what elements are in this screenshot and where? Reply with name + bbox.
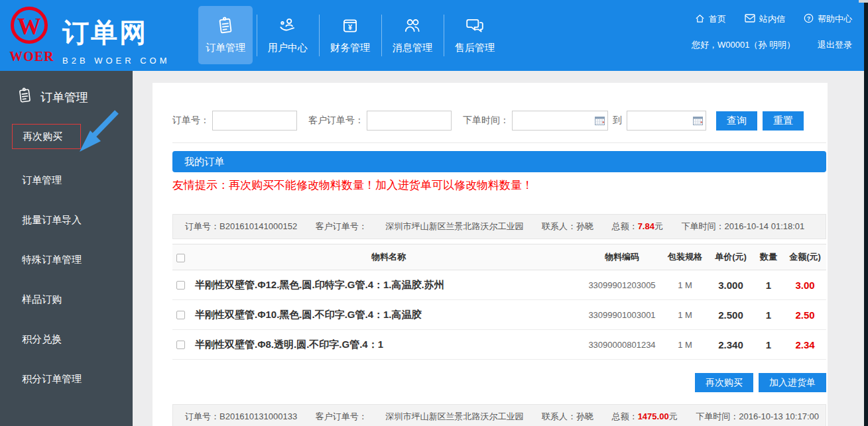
item-qty: 1: [753, 280, 784, 291]
help-label: 帮助中心: [818, 13, 852, 25]
logout-link[interactable]: 退出登录: [818, 39, 852, 51]
contact-name: 孙晓: [576, 411, 593, 421]
nav-finance-management[interactable]: ¥ 财务管理: [319, 0, 381, 71]
select-all-checkbox[interactable]: [176, 254, 185, 262]
friendly-notice: 友情提示：再次购买不能修改物料数量！加入进货单可以修改物料数量！: [172, 178, 826, 193]
app-screen: W WOER 订单网 B2B WOER COM 订单管理: [0, 0, 868, 426]
site-subtitle: B2B WOER COM: [62, 56, 170, 66]
sidebar: 订单管理 再次购买 订单管理 批量订单导入 特殊订单管理 样品订购 积分兑换 积…: [0, 71, 133, 426]
order-time-label: 下单时间：: [682, 221, 725, 231]
question-circle-icon: ?: [804, 13, 814, 25]
order-total: 7.84: [638, 221, 654, 231]
sidebar-item-points-orders[interactable]: 积分订单管理: [0, 368, 133, 407]
customer-order-no-input[interactable]: [367, 111, 452, 131]
my-orders-title-bar: 我的订单: [172, 151, 826, 172]
user-hand-icon: [278, 16, 298, 36]
reset-button[interactable]: 重置: [763, 111, 804, 131]
help-center-link[interactable]: ? 帮助中心: [804, 13, 852, 25]
order-no: B201610131000133: [219, 411, 297, 421]
calendar-icon[interactable]: [595, 116, 605, 127]
home-link[interactable]: 首页: [695, 13, 726, 25]
item-amount: 2.34: [784, 339, 826, 350]
order-no: B201610141000152: [219, 221, 297, 231]
rebuy-button[interactable]: 再次购买: [695, 373, 753, 392]
item-code: 33090000801234: [582, 340, 662, 350]
item-name: 半刚性双壁管.Φ10.黑色.圆.不印字.G管.4：1.高温胶: [195, 309, 582, 321]
nav-aftersale-management[interactable]: 售后管理: [444, 0, 506, 71]
contact-name: 孙晓: [576, 221, 593, 231]
col-header-price: 单价(元): [708, 251, 753, 263]
item-name: 半刚性双壁管.Φ12.黑色.圆.印特字.G管.4：1.高温胶.苏州: [195, 279, 582, 292]
item-code: 33099901003001: [582, 310, 662, 320]
order-no-input[interactable]: [212, 111, 297, 131]
item-qty: 1: [753, 339, 784, 350]
order-items-table: 物料名称 物料编码 包装规格 单价(元) 数量 金额(元) 半刚性双壁管.Φ12…: [172, 244, 826, 360]
item-amount: 2.50: [784, 309, 826, 321]
top-header: W WOER 订单网 B2B WOER COM 订单管理: [0, 0, 868, 71]
svg-text:?: ?: [807, 15, 810, 22]
col-header-code: 物料编码: [582, 251, 662, 263]
scrollbar[interactable]: [864, 0, 868, 426]
sidebar-menu: 订单管理 批量订单导入 特殊订单管理 样品订购 积分兑换 积分订单管理: [0, 169, 133, 407]
item-name: 半刚性双壁管.Φ8.透明.圆.不印字.G管.4：1: [195, 339, 582, 351]
mail-icon: [745, 14, 755, 25]
delivery-address: 深圳市坪山新区兰景北路沃尔工业园: [385, 411, 523, 421]
total-label: 总额：: [612, 221, 638, 231]
sidebar-item-order-management[interactable]: 订单管理: [0, 169, 133, 209]
table-header-row: 物料名称 物料编码 包装规格 单价(元) 数量 金额(元): [172, 244, 826, 270]
row-checkbox[interactable]: [176, 311, 185, 319]
sidebar-item-batch-import[interactable]: 批量订单导入: [0, 209, 133, 248]
table-row: 半刚性双壁管.Φ8.透明.圆.不印字.G管.4：1 33090000801234…: [172, 330, 826, 360]
nav-user-center[interactable]: 用户中心: [257, 0, 319, 71]
col-header-name: 物料名称: [195, 251, 582, 263]
contact-label: 联系人：: [542, 221, 576, 231]
order-time-label: 下单时间：: [463, 115, 509, 127]
row-checkbox[interactable]: [176, 341, 185, 349]
order-search-form: 订单号： 客户订单号： 下单时间： 到: [172, 111, 826, 131]
col-header-spec: 包装规格: [662, 251, 708, 263]
site-mail-link[interactable]: 站内信: [745, 13, 785, 25]
nav-label: 订单管理: [206, 42, 245, 54]
calendar-icon[interactable]: [693, 116, 703, 127]
nav-label: 财务管理: [330, 42, 370, 54]
nav-label: 售后管理: [455, 42, 495, 54]
col-header-qty: 数量: [753, 251, 784, 263]
item-spec: 1 M: [662, 280, 708, 290]
nav-message-management[interactable]: 消息管理: [381, 0, 444, 71]
scrollbar-cap: [859, 0, 868, 3]
customer-order-no-label: 客户订单号：: [316, 221, 367, 231]
customer-order-no-label: 客户订单号：: [316, 411, 367, 421]
order-actions: 再次购买 加入进货单: [695, 373, 826, 392]
currency-unit: 元: [654, 221, 663, 231]
date-from-input[interactable]: [512, 111, 608, 131]
table-row: 半刚性双壁管.Φ12.黑色.圆.印特字.G管.4：1.高温胶.苏州 330999…: [172, 270, 826, 300]
row-checkbox[interactable]: [176, 281, 185, 290]
sidebar-item-rebuy[interactable]: 再次购买: [12, 124, 81, 149]
table-row: 半刚性双壁管.Φ10.黑色.圆.不印字.G管.4：1.高温胶 330999010…: [172, 300, 826, 330]
sidebar-header-label: 订单管理: [40, 89, 88, 105]
delivery-address: 深圳市坪山新区兰景北路沃尔工业园: [385, 221, 523, 231]
order-no-label: 订单号：: [185, 411, 219, 421]
item-spec: 1 M: [662, 310, 708, 320]
woer-logo: W: [11, 7, 48, 44]
query-button[interactable]: 查询: [716, 111, 757, 131]
main-nav: 订单管理 用户中心: [194, 0, 506, 71]
site-title: 订单网: [62, 15, 170, 51]
contact-label: 联系人：: [542, 411, 576, 421]
svg-text:¥: ¥: [348, 23, 352, 31]
nav-order-management[interactable]: 订单管理: [194, 0, 257, 71]
user-greeting: 您好，W00001（孙 明明）: [692, 39, 795, 51]
item-code: 33099901203005: [582, 280, 662, 290]
add-to-cart-button[interactable]: 加入进货单: [759, 373, 826, 392]
home-icon: [695, 13, 705, 25]
total-label: 总额：: [612, 411, 638, 421]
sidebar-item-special-orders[interactable]: 特殊订单管理: [0, 248, 133, 288]
item-amount: 3.00: [784, 280, 826, 291]
order-info-bar: 订单号：B201610141000152 客户订单号： 深圳市坪山新区兰景北路沃…: [172, 214, 826, 239]
sidebar-item-points-exchange[interactable]: 积分兑换: [0, 328, 133, 368]
order-info-bar: 订单号：B201610131000133 客户订单号： 深圳市坪山新区兰景北路沃…: [172, 404, 826, 426]
order-clipboard-icon: [216, 16, 235, 36]
sidebar-item-sample-purchase[interactable]: 样品订购: [0, 288, 133, 328]
logo-letter: W: [17, 13, 41, 40]
order-no-label: 订单号：: [172, 115, 210, 127]
